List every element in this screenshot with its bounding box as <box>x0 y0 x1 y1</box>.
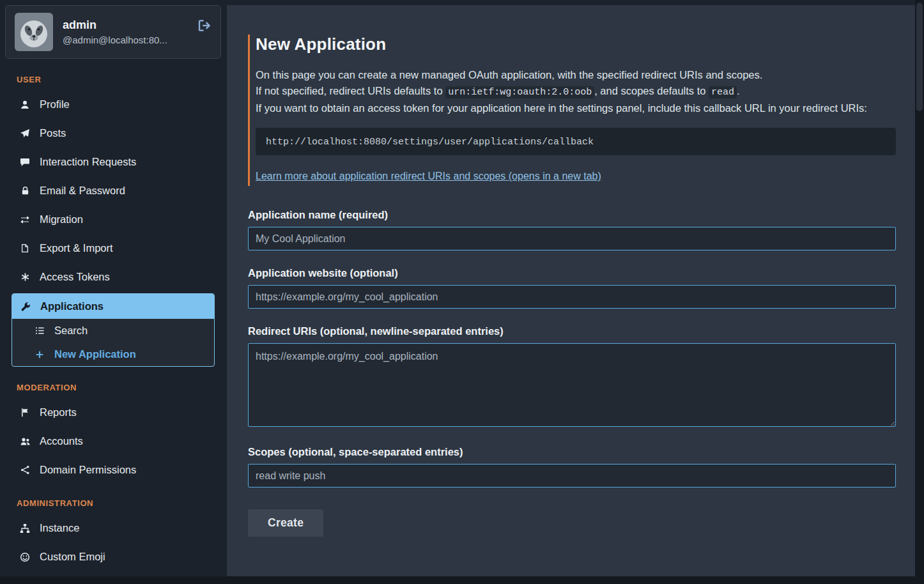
sidebar-item-label: Reports <box>40 406 77 419</box>
sitemap-icon <box>19 523 31 534</box>
sidebar-item-label: Instance <box>40 521 79 535</box>
application-website-input[interactable] <box>248 285 896 309</box>
sidebar-section-moderation: MODERATION <box>17 383 227 392</box>
redirect-uris-label: Redirect URIs (optional, newline-separat… <box>248 325 896 337</box>
sidebar-item-domain-permissions[interactable]: Domain Permissions <box>12 457 215 482</box>
sidebar-item-custom-emoji[interactable]: Custom Emoji <box>12 544 215 569</box>
intro-text: On this page you can create a new manage… <box>256 67 896 116</box>
sidebar-item-instance[interactable]: Instance <box>12 516 215 541</box>
sidebar-item-export-import[interactable]: Export & Import <box>12 236 215 261</box>
application-website-label: Application website (optional) <box>248 267 896 279</box>
plus-icon <box>34 349 45 360</box>
share-nodes-icon <box>19 465 31 475</box>
sidebar-item-email-password[interactable]: Email & Password <box>12 178 215 203</box>
sidebar-item-label: Export & Import <box>40 242 113 255</box>
intro-line-2-mid: , and scopes defaults to <box>594 85 709 96</box>
scopes-input[interactable] <box>248 464 896 488</box>
new-application-page: New Application On this page you can cre… <box>248 5 896 537</box>
applications-subnav: Search New Application <box>12 319 214 366</box>
lock-icon <box>19 185 31 196</box>
sidebar-nav-administration: Instance Custom Emoji Actions <box>0 516 227 584</box>
sidebar-item-label: Applications <box>40 300 104 313</box>
scopes-field: Scopes (optional, space-separated entrie… <box>248 446 896 488</box>
list-icon <box>34 325 45 336</box>
exchange-arrows-icon <box>19 214 31 225</box>
speech-bubble-icon <box>19 157 31 167</box>
sloth-avatar-image <box>15 13 53 51</box>
user-name: admin <box>63 19 167 32</box>
inline-code-read: read <box>709 86 737 98</box>
applications-group: Applications Search New Application <box>12 293 215 367</box>
users-icon <box>19 436 31 447</box>
new-application-form: Application name (required) Application … <box>248 209 896 537</box>
logout-button[interactable] <box>197 19 212 33</box>
sidebar-item-label: Custom Emoji <box>40 550 105 564</box>
sidebar-item-applications[interactable]: Applications <box>12 294 214 319</box>
create-button[interactable]: Create <box>248 509 323 537</box>
sign-out-icon <box>197 19 212 33</box>
smiley-icon <box>19 551 31 562</box>
sidebar-item-interaction-requests[interactable]: Interaction Requests <box>12 150 215 174</box>
horizontal-scrollbar[interactable] <box>0 576 915 584</box>
wrench-icon <box>20 301 31 312</box>
file-export-icon <box>19 243 31 254</box>
sidebar-item-migration[interactable]: Migration <box>12 207 215 232</box>
application-website-field: Application website (optional) <box>248 267 896 309</box>
callback-url: http://localhost:8080/settings/user/appl… <box>266 137 594 148</box>
application-name-field: Application name (required) <box>248 209 896 250</box>
scopes-label: Scopes (optional, space-separated entrie… <box>248 446 896 458</box>
sidebar-item-label: Email & Password <box>40 184 125 197</box>
user-handle: @admin@localhost:80... <box>63 35 167 45</box>
intro-line-3: If you want to obtain an access token fo… <box>256 102 867 114</box>
sidebar-item-new-application[interactable]: New Application <box>12 342 214 366</box>
sidebar-item-label: Migration <box>40 213 83 226</box>
sidebar-nav-user: Profile Posts Interaction Requests Email… <box>0 92 227 367</box>
redirect-uris-textarea[interactable] <box>248 343 896 427</box>
sidebar-item-access-tokens[interactable]: Access Tokens <box>12 265 215 289</box>
intro-line-1: On this page you can create a new manage… <box>256 69 762 81</box>
intro-block: New Application On this page you can cre… <box>248 35 896 186</box>
sidebar-item-profile[interactable]: Profile <box>12 92 215 117</box>
intro-line-2-post: . <box>737 85 740 96</box>
sidebar-item-posts[interactable]: Posts <box>12 121 215 146</box>
user-icon <box>19 99 31 110</box>
application-name-label: Application name (required) <box>248 209 896 221</box>
sidebar-item-label: New Application <box>54 348 136 361</box>
sidebar-nav-moderation: Reports Accounts Domain Permissions <box>0 400 227 482</box>
intro-line-2-pre: If not specified, redirect URIs defaults… <box>256 85 445 96</box>
user-meta: admin @admin@localhost:80... <box>63 19 167 45</box>
vertical-scrollbar-thumb[interactable] <box>916 3 923 111</box>
sidebar-item-label: Access Tokens <box>40 270 110 284</box>
sidebar-section-administration: ADMINISTRATION <box>17 498 227 508</box>
sidebar-item-label: Search <box>54 324 88 337</box>
flag-icon <box>19 407 31 418</box>
sidebar-item-label: Interaction Requests <box>40 155 136 169</box>
paper-plane-icon <box>19 128 31 139</box>
sidebar: admin @admin@localhost:80... USER Profil… <box>0 0 227 584</box>
inline-code-oob: urn:ietf:wg:oauth:2.0:oob <box>445 86 594 98</box>
avatar <box>15 13 53 51</box>
sidebar-section-user: USER <box>17 75 227 84</box>
callback-url-box: http://localhost:8080/settings/user/appl… <box>256 128 896 155</box>
learn-more-link[interactable]: Learn more about application redirect UR… <box>256 171 601 182</box>
sidebar-item-label: Domain Permissions <box>40 463 136 477</box>
sidebar-item-accounts[interactable]: Accounts <box>12 429 215 454</box>
sidebar-item-applications-search[interactable]: Search <box>12 319 214 342</box>
user-card[interactable]: admin @admin@localhost:80... <box>5 5 221 59</box>
application-name-input[interactable] <box>248 227 896 250</box>
page-title: New Application <box>256 35 896 54</box>
vertical-scrollbar[interactable] <box>915 0 924 584</box>
sidebar-item-label: Accounts <box>40 434 83 448</box>
sidebar-item-label: Profile <box>40 98 70 111</box>
redirect-uris-field: Redirect URIs (optional, newline-separat… <box>248 325 896 429</box>
sidebar-item-reports[interactable]: Reports <box>12 400 215 425</box>
asterisk-icon <box>19 272 31 282</box>
sidebar-item-label: Posts <box>40 127 66 140</box>
main-panel: New Application On this page you can cre… <box>227 5 915 584</box>
